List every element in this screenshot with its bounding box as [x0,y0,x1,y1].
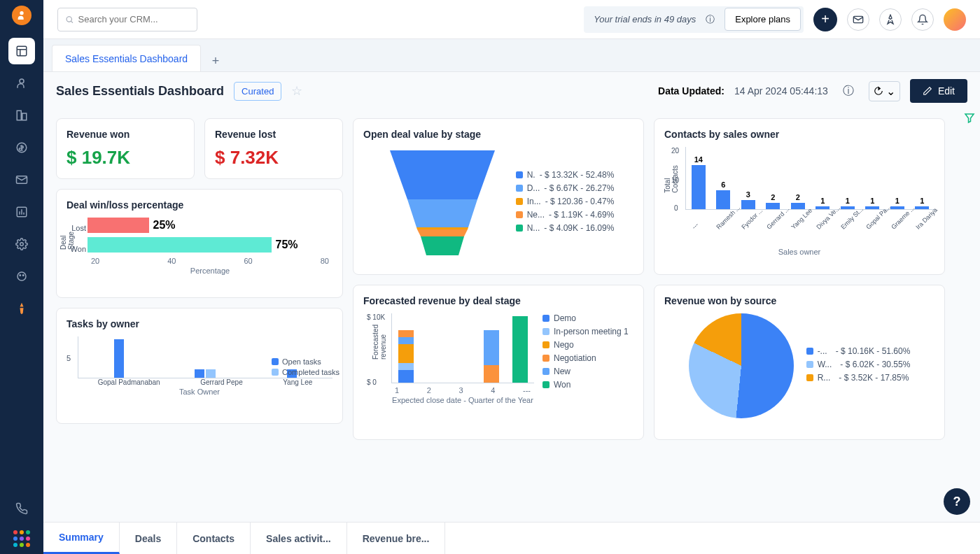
nav-dashboard[interactable] [8,38,35,64]
edit-button[interactable]: Edit [910,79,967,103]
add-tab-button[interactable]: + [205,50,226,71]
nav-rocket[interactable] [8,295,35,322]
nav-contacts[interactable] [8,70,35,97]
nav-reports[interactable] [8,199,35,225]
card-contacts: Contacts by sales owner TotalContacts 20… [654,118,945,275]
page-header: Sales Essentials Dashboard Curated ☆ Dat… [43,72,980,110]
funnel-chart [383,147,502,259]
info-icon[interactable]: ⓘ [706,13,715,26]
explore-plans-button[interactable]: Explore plans [724,8,801,31]
svg-point-2 [20,79,24,83]
kpi-revenue-won: Revenue won $ 19.7K [56,118,195,179]
svg-rect-1 [17,46,27,56]
nav-phone[interactable] [8,495,35,522]
nav-freddy[interactable] [8,263,35,290]
pencil-icon [923,86,932,96]
refresh-icon [874,86,883,96]
star-icon[interactable]: ☆ [291,83,302,99]
svg-marker-17 [417,229,468,236]
mail-icon[interactable] [847,8,869,31]
svg-marker-14 [390,150,495,199]
pie-chart [689,313,794,418]
svg-point-0 [20,11,23,15]
help-fab[interactable]: ? [944,488,970,515]
app-logo[interactable] [12,6,31,25]
page-tab-dashboard[interactable]: Sales Essentials Dashboard [52,45,201,71]
bottom-tab-sales[interactable]: Sales activit... [251,523,347,554]
svg-point-11 [23,275,24,276]
search-input[interactable] [78,14,190,24]
svg-marker-16 [416,227,468,229]
svg-marker-15 [407,199,477,227]
card-tasks: Tasks by owner 5 Gopal PadmanabanGerrard… [56,308,343,424]
nav-accounts[interactable] [8,102,35,129]
svg-point-9 [18,272,26,280]
page-title: Sales Essentials Dashboard [56,84,224,99]
add-button[interactable]: + [813,8,837,31]
trial-banner: Your trial ends in 49 days ⓘ Explore pla… [584,6,804,33]
bell-icon[interactable] [911,8,934,31]
chevron-down-icon: ⌄ [886,85,895,98]
search-box[interactable] [57,8,197,31]
trial-text: Your trial ends in 49 days [594,14,696,24]
nav-apps[interactable] [13,530,30,547]
card-pie: Revenue won by source -...- $ 10.16K - 5… [654,285,945,440]
kpi-revenue-won-value: $ 19.7K [66,147,184,169]
kpi-revenue-lost: Revenue lost $ 7.32K [204,118,343,179]
svg-point-8 [20,243,24,246]
bottom-tab-contacts[interactable]: Contacts [177,523,251,554]
data-updated-label: Data Updated: [658,85,724,97]
avatar[interactable] [944,8,966,31]
svg-point-12 [66,16,71,21]
topbar: Your trial ends in 49 days ⓘ Explore pla… [43,0,980,39]
curated-badge: Curated [234,82,281,101]
card-funnel: Open deal value by stage N.- $ 13.32K - … [353,118,644,275]
bottom-tab-summary[interactable]: Summary [43,523,120,554]
nav-deals[interactable] [8,134,35,161]
svg-point-10 [20,275,21,276]
filter-rail-icon[interactable] [959,112,980,125]
card-forecast: Forecasted revenue by deal stage Forecas… [353,285,644,440]
svg-rect-3 [17,111,21,120]
help-icon[interactable]: ⓘ [838,80,859,101]
nav-mail[interactable] [8,166,35,193]
page-tabs: Sales Essentials Dashboard + [43,39,980,72]
nav-settings[interactable] [8,231,35,257]
refresh-button[interactable]: ⌄ [869,81,900,101]
search-icon [65,15,74,24]
data-updated-time: 14 Apr 2024 05:44:13 [734,85,828,97]
svg-marker-18 [421,236,464,255]
bottom-tab-revenue[interactable]: Revenue bre... [347,523,446,554]
announce-icon[interactable] [879,8,902,31]
bottom-tabs: Summary Deals Contacts Sales activit... … [43,522,980,554]
card-winloss: Deal win/loss percentage DealStage LostW… [56,189,343,298]
bottom-tab-deals[interactable]: Deals [120,523,177,554]
svg-rect-4 [22,113,27,120]
kpi-revenue-lost-value: $ 7.32K [215,147,332,169]
left-nav-rail [0,0,43,554]
